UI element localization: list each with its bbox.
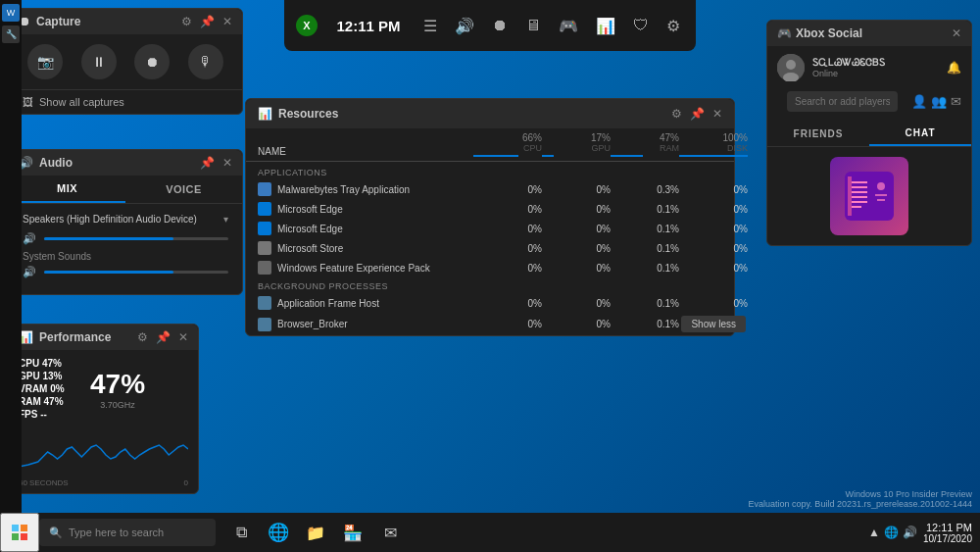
ram-val: 0.1% [611,298,679,309]
sidebar-app-1[interactable]: W [2,4,20,22]
gamebar-capture-btn[interactable]: ⏺ [488,15,512,36]
gamebar-shield-btn[interactable]: 🛡 [629,15,653,36]
social-status: Online [812,69,885,78]
gamebar-time: 12:11 PM [336,18,400,34]
start-button[interactable] [0,513,39,552]
gamebar-settings-btn[interactable]: ⚙ [662,15,684,37]
audio-close-btn[interactable]: ✕ [222,156,232,170]
resources-close-btn[interactable]: ✕ [712,107,722,121]
gamebar-menu-btn[interactable]: ☰ [419,15,441,37]
perf-stats: CPU 47% GPU 13% VRAM 0% RAM 47% FPS -- [19,358,82,420]
cpu-val: 0% [473,224,542,234]
perf-freq: 3.70GHz [100,400,135,410]
watermark: Windows 10 Pro Insider Preview Evaluatio… [749,489,973,509]
gpu-val: 0% [542,184,611,195]
explorer-btn[interactable]: 📁 [298,513,333,552]
capture-pin-btn[interactable]: 📌 [200,15,215,28]
capture-settings-btn[interactable]: ⚙ [181,15,192,28]
gamebar-screen-btn[interactable]: 🖥 [521,15,545,36]
social-graphic [830,157,908,235]
audio-content: Speakers (High Definition Audio Device) … [9,204,242,294]
gamebar-volume-btn[interactable]: 🔊 [451,15,478,37]
app-icon [258,318,271,331]
system-slider[interactable] [44,271,228,274]
speaker-volume-row: 🔊 [23,232,228,245]
screenshot-btn[interactable]: 📷 [27,44,63,79]
clock-date: 10/17/2020 [923,533,972,544]
col-ram-bar [611,155,643,157]
network-icon[interactable]: 🌐 [884,526,899,539]
tab-chat[interactable]: CHAT [869,122,971,146]
gpu-val: 0% [542,204,611,215]
svg-point-11 [877,182,885,190]
disk-val: 0% [679,204,748,215]
gamebar-icons: ☰ 🔊 ⏺ 🖥 🎮 📊 🛡 ⚙ [419,15,684,37]
social-close-btn[interactable]: ✕ [952,26,961,40]
perf-close-btn[interactable]: ✕ [178,330,188,344]
volume-tray-icon[interactable]: 🔊 [903,526,917,539]
fps-stat: FPS -- [19,409,82,420]
add-player-btn[interactable]: 👤 [911,94,927,109]
resources-controls: ⚙ 📌 ✕ [671,107,722,121]
store-btn[interactable]: 🏪 [335,513,370,552]
tab-mix[interactable]: MIX [9,176,125,203]
tray-up-icon[interactable]: ▲ [868,526,880,539]
col-gpu-bar [542,155,554,157]
chart-left-label: 60 SECONDS [19,478,69,487]
speaker-slider[interactable] [44,237,228,240]
tab-voice[interactable]: VOICE [125,176,242,203]
gpu-val: 0% [542,224,611,234]
app-icon [258,261,271,275]
xbox-logo-icon: X [296,15,318,36]
resource-name: Application Frame Host [258,296,473,310]
social-title: 🎮 Xbox Social [777,26,862,40]
record-last-btn[interactable]: ⏸ [81,44,117,79]
audio-pin-btn[interactable]: 📌 [200,156,215,170]
ram-val: 0.1% [611,204,679,215]
taskbar: 🔍 Type here to search ⧉ 🌐 📁 🏪 ✉ ▲ 🌐 🔊 12… [0,513,980,552]
chrome-btn[interactable]: 🌐 [261,513,296,552]
resources-pin-btn[interactable]: 📌 [690,107,705,121]
taskbar-clock[interactable]: 12:11 PM 10/17/2020 [923,522,972,544]
gamebar-left: X [296,15,318,36]
cpu-val: 0% [473,263,542,274]
resource-name: Windows Feature Experience Pack [258,261,473,275]
audio-tabs: MIX VOICE [9,176,242,204]
social-search-input[interactable] [787,91,898,112]
system-speaker-icon: 🔊 [23,266,36,278]
gamebar-controller-btn[interactable]: 🎮 [555,15,582,37]
sidebar-app-2[interactable]: 🔧 [2,25,20,43]
record-btn[interactable]: ⏺ [134,44,170,79]
resources-title: 📊 Resources [258,107,338,121]
perf-settings-btn[interactable]: ⚙ [137,330,148,344]
left-sidebar: W 🔧 [0,0,22,513]
col-cpu-label: CPU [473,143,542,153]
show-less-btn[interactable]: Show less [681,316,746,332]
performance-widget: 📊 Performance ⚙ 📌 ✕ CPU 47% GPU 13% VRAM… [8,324,199,494]
perf-pin-btn[interactable]: 📌 [156,330,171,344]
ram-val: 0.1% [611,263,679,274]
show-all-captures[interactable]: 🖼 Show all captures [9,89,242,114]
perf-chart-svg [19,427,188,477]
mic-btn[interactable]: 🎙 [188,44,223,79]
task-view-btn[interactable]: ⧉ [223,513,259,552]
search-icon: 🔍 [49,527,63,539]
capture-close-btn[interactable]: ✕ [222,15,232,28]
mail-btn[interactable]: ✉ [372,513,408,552]
gamebar-chart-btn[interactable]: 📊 [592,15,619,37]
taskbar-tray: ▲ 🌐 🔊 [868,526,917,539]
disk-val: 0% [679,184,748,195]
taskbar-search[interactable]: 🔍 Type here to search [39,519,216,546]
table-row: Microsoft Edge 0% 0% 0.1% 0% [246,219,734,238]
tab-friends[interactable]: FRIENDS [767,122,869,146]
application-rows: Malwarebytes Tray Application 0% 0% 0.3%… [246,179,734,277]
col-cpu-bar [473,155,518,157]
friends-btn[interactable]: 👥 [931,94,947,109]
message-btn[interactable]: ✉ [951,94,961,109]
resources-settings-btn[interactable]: ⚙ [671,107,682,121]
svg-rect-5 [852,186,867,188]
desktop: W 🔧 X 12:11 PM ☰ 🔊 ⏺ 🖥 🎮 📊 🛡 ⚙ ⏺ Capture [0,0,980,552]
svg-rect-9 [852,206,861,208]
watermark-line2: Evaluation copy. Build 20231.rs_prerelea… [749,499,973,509]
resource-name: Microsoft Store [258,241,473,255]
